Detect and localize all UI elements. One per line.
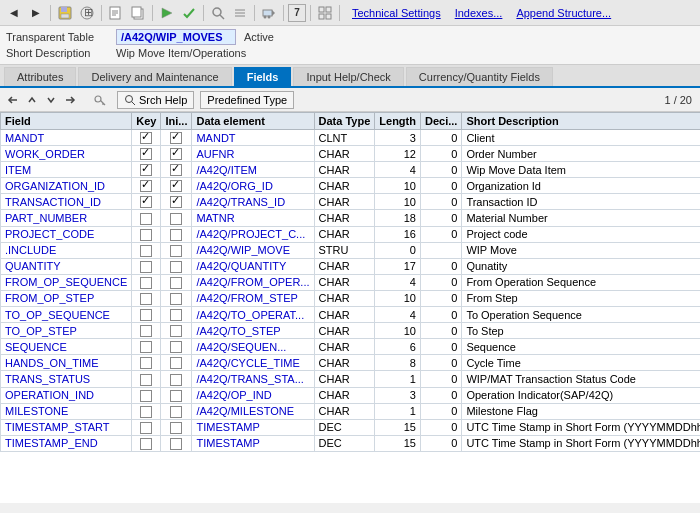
data-elem-cell[interactable]: /A42Q/FROM_OPER...: [192, 274, 314, 290]
key-checkbox-cell[interactable]: [132, 371, 161, 387]
data-elem-cell[interactable]: /A42Q/PROJECT_C...: [192, 226, 314, 242]
ini-checkbox-cell[interactable]: [161, 307, 192, 323]
key-checkbox[interactable]: [140, 374, 152, 386]
ini-checkbox-cell[interactable]: ✓: [161, 146, 192, 162]
ini-checkbox-cell[interactable]: [161, 242, 192, 258]
data-elem-cell[interactable]: MANDT: [192, 130, 314, 146]
activate-button[interactable]: [157, 3, 177, 23]
data-elem-link[interactable]: MANDT: [196, 132, 235, 144]
data-elem-cell[interactable]: /A42Q/SEQUEN...: [192, 339, 314, 355]
data-elem-link[interactable]: AUFNR: [196, 148, 234, 160]
key-checkbox-cell[interactable]: ✓: [132, 146, 161, 162]
ini-checkbox-cell[interactable]: [161, 355, 192, 371]
col-header-length[interactable]: Length: [375, 113, 421, 130]
data-elem-cell[interactable]: /A42Q/WIP_MOVE: [192, 242, 314, 258]
ini-checkbox-cell[interactable]: [161, 290, 192, 306]
table-row[interactable]: TO_OP_SEQUENCE/A42Q/TO_OPERAT...CHAR40To…: [1, 307, 701, 323]
field-link[interactable]: PROJECT_CODE: [5, 228, 94, 240]
inner-icon-2[interactable]: [23, 91, 41, 109]
field-link[interactable]: TO_OP_STEP: [5, 325, 77, 337]
field-cell[interactable]: ORGANIZATION_ID: [1, 178, 132, 194]
data-elem-link[interactable]: /A42Q/OP_IND: [196, 389, 271, 401]
ini-checkbox[interactable]: [170, 229, 182, 241]
key-checkbox-cell[interactable]: [132, 226, 161, 242]
key-checkbox-cell[interactable]: [132, 387, 161, 403]
data-elem-cell[interactable]: /A42Q/QUANTITY: [192, 258, 314, 274]
table-row[interactable]: WORK_ORDER✓✓AUFNRCHAR120Order Number: [1, 146, 701, 162]
data-elem-cell[interactable]: /A42Q/CYCLE_TIME: [192, 355, 314, 371]
field-cell[interactable]: PROJECT_CODE: [1, 226, 132, 242]
key-checkbox[interactable]: [140, 357, 152, 369]
key-checkbox[interactable]: [140, 213, 152, 225]
field-cell[interactable]: HANDS_ON_TIME: [1, 355, 132, 371]
field-link[interactable]: HANDS_ON_TIME: [5, 357, 99, 369]
col-header-datatype[interactable]: Data Type: [314, 113, 375, 130]
field-link[interactable]: TIMESTAMP_START: [5, 421, 110, 433]
key-checkbox-cell[interactable]: [132, 403, 161, 419]
field-cell[interactable]: ITEM: [1, 162, 132, 178]
field-cell[interactable]: TIMESTAMP_END: [1, 435, 132, 451]
field-cell[interactable]: .INCLUDE: [1, 242, 132, 258]
table-row[interactable]: ITEM✓✓/A42Q/ITEMCHAR40Wip Move Data Item: [1, 162, 701, 178]
field-link[interactable]: MANDT: [5, 132, 44, 144]
tab-currency[interactable]: Currency/Quantity Fields: [406, 67, 553, 86]
data-elem-link[interactable]: /A42Q/FROM_STEP: [196, 292, 297, 304]
table-row[interactable]: TRANSACTION_ID✓✓/A42Q/TRANS_IDCHAR100Tra…: [1, 194, 701, 210]
ini-checkbox[interactable]: ✓: [170, 196, 182, 208]
col-header-data-elem[interactable]: Data element: [192, 113, 314, 130]
indexes-link[interactable]: Indexes...: [455, 7, 503, 19]
data-elem-link[interactable]: MATNR: [196, 212, 234, 224]
data-elem-cell[interactable]: AUFNR: [192, 146, 314, 162]
ini-checkbox-cell[interactable]: ✓: [161, 162, 192, 178]
key-checkbox-cell[interactable]: [132, 307, 161, 323]
field-cell[interactable]: QUANTITY: [1, 258, 132, 274]
tab-input-help[interactable]: Input Help/Check: [293, 67, 403, 86]
ini-checkbox[interactable]: [170, 406, 182, 418]
key-checkbox-cell[interactable]: [132, 258, 161, 274]
field-cell[interactable]: OPERATION_IND: [1, 387, 132, 403]
shortcut-button[interactable]: ⊞: [77, 3, 97, 23]
table-row[interactable]: PART_NUMBERMATNRCHAR180Material Number: [1, 210, 701, 226]
table-row[interactable]: FROM_OP_SEQUENCE/A42Q/FROM_OPER...CHAR40…: [1, 274, 701, 290]
data-elem-cell[interactable]: TIMESTAMP: [192, 435, 314, 451]
where-used-button[interactable]: [208, 3, 228, 23]
field-cell[interactable]: TRANS_STATUS: [1, 371, 132, 387]
data-elem-cell[interactable]: TIMESTAMP: [192, 419, 314, 435]
data-elem-link[interactable]: /A42Q/PROJECT_C...: [196, 228, 305, 240]
key-checkbox-cell[interactable]: ✓: [132, 130, 161, 146]
col-header-ini[interactable]: Ini...: [161, 113, 192, 130]
tab-fields[interactable]: Fields: [234, 67, 292, 86]
field-cell[interactable]: FROM_OP_STEP: [1, 290, 132, 306]
table-row[interactable]: FROM_OP_STEP/A42Q/FROM_STEPCHAR100From S…: [1, 290, 701, 306]
ini-checkbox[interactable]: [170, 438, 182, 450]
table-row[interactable]: ORGANIZATION_ID✓✓/A42Q/ORG_IDCHAR100Orga…: [1, 178, 701, 194]
ini-checkbox-cell[interactable]: [161, 339, 192, 355]
ini-checkbox-cell[interactable]: [161, 419, 192, 435]
field-link[interactable]: TRANS_STATUS: [5, 373, 90, 385]
ini-checkbox[interactable]: ✓: [170, 132, 182, 144]
ini-checkbox[interactable]: [170, 245, 182, 257]
forward-button[interactable]: ▶: [26, 3, 46, 23]
data-elem-cell[interactable]: /A42Q/TRANS_STA...: [192, 371, 314, 387]
data-elem-cell[interactable]: /A42Q/ITEM: [192, 162, 314, 178]
data-elem-link[interactable]: /A42Q/CYCLE_TIME: [196, 357, 299, 369]
ini-checkbox[interactable]: [170, 325, 182, 337]
key-checkbox[interactable]: ✓: [140, 148, 152, 160]
field-link[interactable]: ITEM: [5, 164, 31, 176]
data-elem-link[interactable]: /A42Q/QUANTITY: [196, 260, 286, 272]
data-elem-cell[interactable]: MATNR: [192, 210, 314, 226]
table-row[interactable]: TIMESTAMP_STARTTIMESTAMPDEC150UTC Time S…: [1, 419, 701, 435]
key-checkbox-cell[interactable]: [132, 339, 161, 355]
save-button[interactable]: [55, 3, 75, 23]
data-elem-link[interactable]: /A42Q/WIP_MOVE: [196, 244, 290, 256]
ini-checkbox-cell[interactable]: [161, 210, 192, 226]
field-link[interactable]: FROM_OP_STEP: [5, 292, 94, 304]
ini-checkbox-cell[interactable]: [161, 258, 192, 274]
key-checkbox-cell[interactable]: [132, 242, 161, 258]
key-checkbox[interactable]: [140, 438, 152, 450]
key-checkbox[interactable]: [140, 341, 152, 353]
field-cell[interactable]: SEQUENCE: [1, 339, 132, 355]
data-elem-cell[interactable]: /A42Q/TO_OPERAT...: [192, 307, 314, 323]
field-cell[interactable]: TO_OP_SEQUENCE: [1, 307, 132, 323]
key-checkbox-cell[interactable]: ✓: [132, 194, 161, 210]
